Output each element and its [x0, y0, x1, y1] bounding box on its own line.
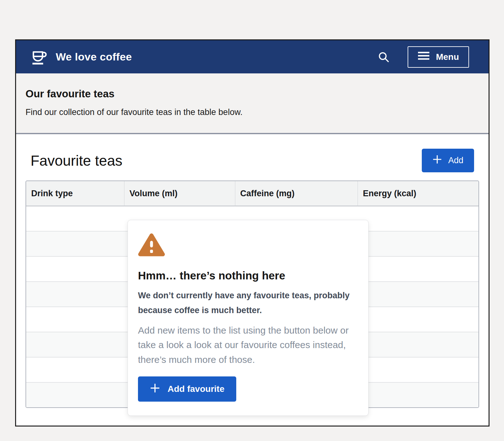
column-header-energy: Energy (kcal) [358, 181, 478, 206]
column-header-caffeine: Caffeine (mg) [235, 181, 358, 206]
table-cell [26, 332, 124, 357]
top-navigation-bar: We love coffee Menu [16, 40, 489, 73]
table-cell [358, 382, 478, 407]
empty-state-card: Hmm… there’s nothing here We don’t curre… [128, 220, 369, 416]
warning-triangle-icon [138, 254, 165, 259]
plus-icon [432, 155, 442, 166]
hamburger-icon [418, 51, 430, 62]
add-favourite-button[interactable]: Add favourite [138, 376, 236, 402]
brand: We love coffee [30, 48, 132, 66]
main-section: Favourite teas Add Drink type Volume (ml… [16, 134, 489, 408]
add-button[interactable]: Add [422, 149, 474, 172]
app-window: We love coffee Menu [15, 39, 490, 427]
table-cell [26, 306, 124, 332]
empty-state-message-secondary: Add new items to the list using the butt… [138, 323, 358, 367]
table-cell [358, 281, 478, 306]
table-cell [26, 281, 124, 306]
table-cell [358, 256, 478, 281]
add-favourite-button-label: Add favourite [168, 384, 224, 394]
section-heading-row: Favourite teas Add [26, 149, 479, 172]
table-cell [26, 357, 124, 382]
menu-button[interactable]: Menu [408, 46, 469, 68]
empty-state-message-bold: We don’t currently have any favourite te… [138, 288, 358, 318]
table-cell [358, 206, 478, 231]
table-cell [26, 382, 124, 407]
table-cell [358, 332, 478, 357]
column-header-drink-type: Drink type [26, 181, 124, 206]
search-icon[interactable] [377, 51, 390, 63]
intro-heading: Our favourite teas [26, 88, 479, 100]
plus-icon [150, 383, 160, 395]
coffee-cup-icon [30, 48, 48, 66]
intro-description: Find our collection of our favourite tea… [26, 107, 479, 117]
table-header: Drink type Volume (ml) Caffeine (mg) Ene… [26, 181, 478, 206]
menu-button-label: Menu [436, 52, 459, 62]
empty-state-title: Hmm… there’s nothing here [138, 269, 358, 282]
table-cell [26, 206, 124, 231]
intro-section: Our favourite teas Find our collection o… [16, 73, 489, 134]
page-title: Favourite teas [31, 152, 122, 169]
table-cell [358, 306, 478, 332]
table-cell [358, 357, 478, 382]
column-header-volume: Volume (ml) [124, 181, 235, 206]
add-button-label: Add [448, 156, 463, 165]
table-cell [26, 231, 124, 256]
table-cell [26, 256, 124, 281]
topbar-actions: Menu [377, 46, 469, 68]
app-title: We love coffee [56, 51, 132, 63]
table-cell [358, 231, 478, 256]
